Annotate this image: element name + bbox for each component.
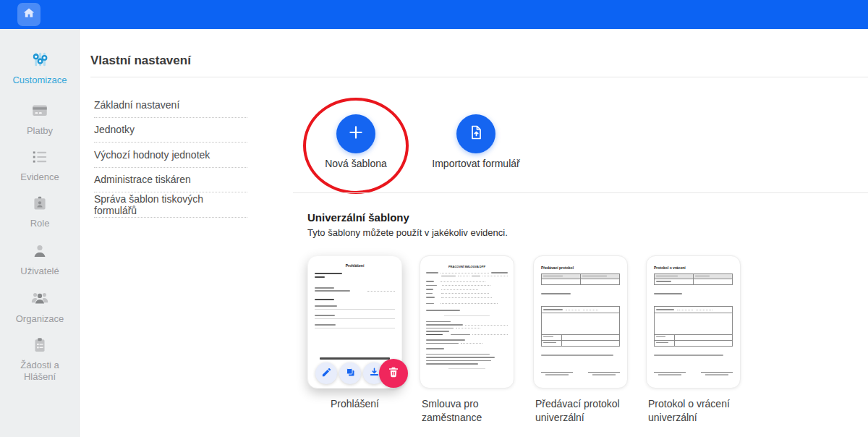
- id-badge-icon: [30, 194, 49, 216]
- page-title: Vlastní nastavení: [90, 54, 191, 68]
- sidebar-item-label: Uživatelé: [20, 266, 59, 277]
- sidebar-item-label: Žádosti a Hlášení: [9, 360, 71, 383]
- download-icon: [369, 367, 380, 381]
- sidebar-item-role[interactable]: Role: [0, 194, 80, 229]
- title-divider: [90, 77, 868, 77]
- section-subtitle: Tyto šablony můžete použít v jakékoliv e…: [307, 227, 508, 238]
- trash-icon: [387, 365, 400, 381]
- new-template-button[interactable]: [336, 114, 375, 153]
- signature-line: [588, 372, 620, 376]
- home-button[interactable]: [17, 3, 41, 26]
- import-form-label: Importovat formulář: [429, 158, 523, 169]
- pencil-icon: [321, 367, 332, 381]
- home-icon: [22, 6, 36, 23]
- template-label: Prohlášení: [306, 397, 404, 411]
- doc-preview: Předávací protokol: [534, 256, 627, 388]
- plus-icon: [346, 123, 365, 145]
- sidebar-item-label: Organizace: [16, 313, 64, 325]
- sliders-icon: [30, 49, 50, 72]
- sidebar-item-label: Role: [30, 218, 50, 229]
- delete-button[interactable]: [379, 359, 408, 388]
- section-divider: [293, 192, 868, 193]
- import-form-button[interactable]: [456, 114, 495, 153]
- copy-icon: [345, 367, 356, 381]
- menu-item-jednotky[interactable]: Jednotky: [94, 118, 247, 143]
- sidebar-item-organizace[interactable]: Organizace: [0, 288, 80, 325]
- menu-item-vychozi-hodnoty-jednotek[interactable]: Výchozí hodnoty jednotek: [94, 143, 247, 168]
- app-window: Customizace Platby Eviden: [0, 0, 868, 437]
- template-card-protokol-o-vraceni[interactable]: Protokol o vrácení: [646, 255, 741, 389]
- settings-menu: Základní nastavení Jednotky Výchozí hodn…: [94, 93, 247, 218]
- menu-item-zakladni-nastaveni[interactable]: Základní nastavení: [94, 93, 247, 118]
- file-upload-icon: [467, 124, 485, 144]
- list-icon: [30, 148, 49, 169]
- sidebar-item-zadosti-a-hlaseni[interactable]: Žádosti a Hlášení: [0, 336, 80, 383]
- menu-item-administrace-tiskaren[interactable]: Administrace tiskáren: [94, 168, 247, 193]
- section-title: Univerzální šablony: [307, 211, 409, 224]
- sidebar-item-evidence[interactable]: Evidence: [0, 148, 80, 183]
- doc-preview: Protokol o vrácení: [647, 256, 740, 388]
- credit-card-icon: [30, 101, 49, 123]
- template-label: Předávací protokol univerzální: [535, 397, 637, 425]
- menu-item-sprava-sablon[interactable]: Správa šablon tiskových formulářů: [94, 192, 247, 218]
- template-card-smlouva[interactable]: PRACOVNÍ SMLOUVA DPP: [420, 255, 514, 389]
- sidebar-item-platby[interactable]: Platby: [0, 101, 80, 137]
- doc-preview: PRACOVNÍ SMLOUVA DPP: [420, 256, 514, 388]
- users-icon: [30, 288, 50, 311]
- sidebar-item-uzivatele[interactable]: Uživatelé: [0, 242, 80, 277]
- template-card-predavaci-protokol[interactable]: Předávací protokol: [533, 255, 628, 389]
- template-card-prohlaseni[interactable]: Prohlášení: [307, 255, 402, 389]
- sidebar: Customizace Platby Eviden: [0, 29, 80, 437]
- sidebar-item-label: Customizace: [12, 75, 67, 86]
- clipboard-icon: [30, 336, 49, 357]
- edit-button[interactable]: [315, 362, 337, 384]
- sidebar-item-label: Evidence: [20, 171, 59, 183]
- topbar: [0, 0, 868, 29]
- user-icon: [30, 242, 49, 263]
- duplicate-button[interactable]: [339, 362, 361, 384]
- signature-line: [701, 372, 733, 376]
- sidebar-item-label: Platby: [27, 125, 53, 137]
- signature-line: [654, 372, 686, 376]
- new-template-label: Nová šablona: [312, 158, 399, 169]
- template-label: Smlouva pro zaměstnance: [422, 397, 523, 425]
- sidebar-item-customizace[interactable]: Customizace: [0, 49, 80, 86]
- signature-line: [541, 372, 573, 376]
- template-label: Protokol o vrácení univerzální: [648, 397, 749, 425]
